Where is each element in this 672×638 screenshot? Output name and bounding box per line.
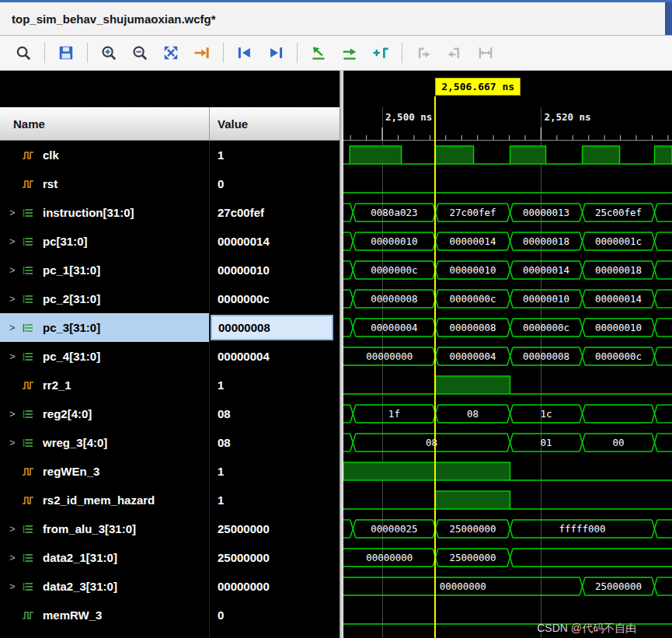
time-ruler[interactable]: 2,500 ns2,520 ns [343,107,672,141]
save-button[interactable] [50,39,82,67]
signal-row-regwen-3[interactable]: regWEn_3 [0,457,209,486]
signal-row-from-alu-3[interactable]: >from_alu_3[31:0] [0,514,209,543]
zoom-fit-button[interactable] [155,39,186,67]
wave-rows[interactable]: 0080a02327c00fef0000001325c00fef00000010… [343,141,672,638]
signal-value-data2-1[interactable]: 25000000 [210,543,339,572]
cursor-time-label[interactable]: 2,506.667 ns [435,78,521,96]
bit-orange-icon [22,494,34,507]
wave-rr2-1[interactable] [343,371,672,399]
signal-value-rs2-id-mem-hazard[interactable]: 1 [210,486,339,514]
svg-text:00000000: 00000000 [366,350,413,362]
expand-arrow[interactable]: > [9,437,22,448]
expand-arrow[interactable]: > [9,408,22,420]
wave-data2-1[interactable]: 0000000025000000 [343,543,672,572]
zoom-to-cursor-button[interactable] [186,39,218,67]
signal-value-data2-3[interactable]: 00000000 [210,572,339,601]
signal-value-memrw-3[interactable]: 0 [210,601,339,629]
signal-label: pc_4[31:0] [43,350,100,363]
expand-arrow[interactable]: > [9,207,22,218]
signal-value-pc-3[interactable]: 00000008 [210,313,339,342]
watermark-handle: @代码不自由 [571,622,636,634]
signal-value-pc-2[interactable]: 0000000c [210,284,339,313]
signal-row-data2-1[interactable]: >data2_1[31:0] [0,543,209,572]
wave-reg2[interactable]: 1f081c [343,399,672,428]
signal-value-pc-1[interactable]: 00000010 [210,256,339,284]
signal-label: data2_1[31:0] [43,551,117,564]
bus-icon [22,408,34,420]
wave-instruction[interactable]: 0080a02327c00fef0000001325c00fef [343,198,672,227]
titlebar-corner [665,2,672,35]
bus-icon [22,523,34,535]
signal-row-clk[interactable]: clk [0,141,209,169]
previous-transition-button[interactable] [229,39,260,67]
wave-pc-4[interactable]: 0000000000000004000000080000000c [343,342,672,371]
signal-value-pc-4[interactable]: 00000004 [210,342,339,371]
wave-pc[interactable]: 0000001000000014000000180000001c [343,227,672,256]
goto-last-time-button[interactable] [334,39,365,67]
expand-arrow[interactable]: > [9,523,22,535]
cursor-line[interactable] [434,96,436,638]
expand-arrow[interactable]: > [9,580,22,592]
wave-regwen-3[interactable] [343,457,672,486]
signal-value-pc[interactable]: 00000014 [210,227,339,256]
signal-row-pc-2[interactable]: >pc_2[31:0] [0,284,209,313]
wave-pc-2[interactable]: 000000080000000c0000001000000014 [343,284,672,313]
signal-value-clk[interactable]: 1 [210,141,339,169]
signal-value-from-alu-3[interactable]: 25000000 [210,514,339,543]
zoom-icon [15,44,32,61]
signal-row-rr2-1[interactable]: rr2_1 [0,371,209,399]
expand-arrow[interactable]: > [9,293,22,305]
signal-row-rs2-id-mem-hazard[interactable]: rs2_id_mem_hazard [0,486,209,514]
signal-row-data2-3[interactable]: >data2_3[31:0] [0,572,209,601]
wave-from-alu-3[interactable]: 0000002525000000fffff000 [343,514,672,543]
signal-value-rr2-1[interactable]: 1 [210,371,339,399]
signal-value-rst[interactable]: 0 [210,169,339,198]
names-panel: Name clkrst>instruction[31:0]>pc[31:0]>p… [0,71,210,638]
signal-row-pc-1[interactable]: >pc_1[31:0] [0,256,209,284]
wave-pc-3[interactable]: 00000004000000080000000c00000010 [343,313,672,342]
goto-time-zero-button[interactable] [303,39,334,67]
signal-value-regwen-3[interactable]: 1 [210,457,339,486]
add-marker-button[interactable] [365,39,396,67]
signal-type [22,408,37,420]
signal-value-reg2[interactable]: 08 [210,399,339,428]
wave-clk[interactable] [343,141,672,169]
signal-row-memrw-3[interactable]: memRW_3 [0,601,209,629]
svg-text:00000018: 00000018 [523,235,569,247]
zoom-out-button[interactable] [124,39,155,67]
wave-rst[interactable] [343,169,672,198]
zoom-in-button[interactable] [93,39,124,67]
names-top-strip [0,71,210,107]
bus-icon [22,552,34,564]
signal-row-reg2[interactable]: >reg2[4:0] [0,399,209,428]
next-marker-icon [446,44,463,61]
expand-arrow[interactable]: > [9,552,22,563]
swap-markers-icon [477,44,494,61]
values-top-strip [210,71,339,107]
signal-row-pc-3[interactable]: >pc_3[31:0] [0,313,209,342]
expand-arrow[interactable]: > [9,235,22,247]
expand-arrow[interactable]: > [9,350,22,362]
wave-wreg-3[interactable]: 080100 [343,428,672,457]
wave-rs2-id-mem-hazard[interactable] [343,486,672,514]
signal-row-pc-4[interactable]: >pc_4[31:0] [0,342,209,371]
signal-row-instruction[interactable]: >instruction[31:0] [0,198,209,227]
signal-label: regWEn_3 [43,465,99,478]
expand-arrow[interactable]: > [9,322,22,333]
next-transition-button[interactable] [260,39,291,67]
wave-panel[interactable]: 2,506.667 ns 2,500 ns2,520 ns 0080a02327… [343,71,672,638]
wave-pc-1[interactable]: 0000000c000000100000001400000018 [343,256,672,284]
signal-value-wreg-3[interactable]: 08 [210,428,339,457]
wave-data2-3[interactable]: 0000000025000000 [343,572,672,601]
signal-type [22,178,37,190]
svg-text:2,500 ns: 2,500 ns [385,111,432,123]
signal-row-wreg-3[interactable]: >wreg_3[4:0] [0,428,209,457]
selected-value-box[interactable]: 00000008 [211,315,333,340]
signal-value-instruction[interactable]: 27c00fef [210,198,339,227]
signal-row-pc[interactable]: >pc[31:0] [0,227,209,256]
zoom-button[interactable] [8,39,39,67]
signal-label: rs2_id_mem_hazard [43,493,155,507]
expand-arrow[interactable]: > [9,264,22,276]
signal-type [22,552,37,564]
signal-row-rst[interactable]: rst [0,169,209,198]
